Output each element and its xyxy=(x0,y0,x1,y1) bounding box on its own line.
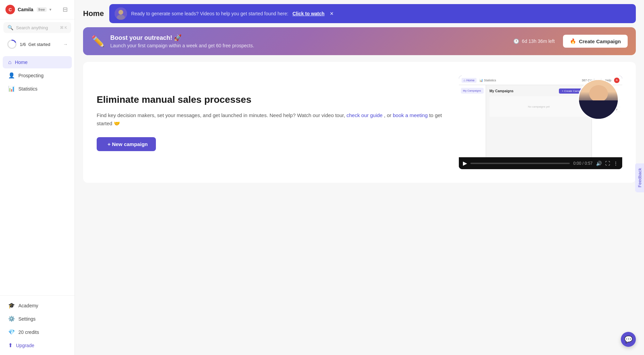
sidebar-bottom: 🎓 Academy ⚙️ Settings 💎 20 credits ⬆ Upg… xyxy=(0,295,75,355)
svg-point-3 xyxy=(118,10,123,15)
vmock-empty-state: No campaigns yet xyxy=(489,96,588,117)
boost-subtitle: Launch your first campaign within a week… xyxy=(110,43,508,48)
create-campaign-label: Create Campaign xyxy=(579,38,621,44)
top-bar: Home Ready to generate some leads? Video… xyxy=(75,0,644,27)
vmock-home-tab: ⌂ Home xyxy=(462,78,477,83)
sidebar-item-home[interactable]: ⌂ Home xyxy=(3,56,72,68)
play-button[interactable]: ▶ xyxy=(463,160,467,166)
sidebar-nav: ⌂ Home 👤 Prospecting 📊 Statistics xyxy=(0,53,75,295)
vmock-main-area: My Campaigns + Create Campaign No campai… xyxy=(486,85,592,157)
flame-icon: 🔥 xyxy=(570,38,576,44)
academy-label: Academy xyxy=(18,303,38,308)
vmock-my-campaigns: My Campaigns xyxy=(461,88,484,94)
video-person-avatar xyxy=(578,79,619,120)
nav-home-label: Home xyxy=(15,60,28,65)
hero-title: Eliminate manual sales processes xyxy=(97,94,445,106)
video-preview: ⌂ Home 📊 Statistics 387 Credits left Hel… xyxy=(459,76,622,169)
vmock-stats-tab: 📊 Statistics xyxy=(479,79,496,82)
new-campaign-button[interactable]: + New campaign xyxy=(97,137,156,151)
clock-icon: 🕐 xyxy=(513,38,519,44)
person-silhouette xyxy=(579,80,618,119)
banner-watch-link[interactable]: Click to watch xyxy=(292,11,324,16)
hero-section: Eliminate manual sales processes Find ke… xyxy=(83,62,636,183)
app-name: Camila xyxy=(18,7,33,12)
vmock-title: My Campaigns xyxy=(489,89,514,93)
new-campaign-label: + New campaign xyxy=(108,141,148,147)
academy-icon: 🎓 xyxy=(8,302,15,309)
video-container: ⌂ Home 📊 Statistics 387 Credits left Hel… xyxy=(459,76,622,169)
chart-icon: 📊 xyxy=(8,85,15,92)
search-shortcut: ⌘ K xyxy=(60,26,67,30)
search-bar[interactable]: 🔍 Search anything ⌘ K xyxy=(3,22,71,33)
sidebar-collapse-button[interactable]: ⊟ xyxy=(61,5,69,14)
settings-label: Settings xyxy=(18,316,36,322)
page-title: Home xyxy=(83,9,104,18)
boost-text: Boost your outreach! 🚀 Launch your first… xyxy=(110,34,508,48)
video-time: 0:00 / 0:57 xyxy=(573,161,593,166)
search-placeholder: Search anything xyxy=(16,25,57,30)
boost-banner: ✏️ Boost your outreach! 🚀 Launch your fi… xyxy=(83,27,636,55)
banner-text: Ready to generate some leads? Videos to … xyxy=(131,11,288,16)
check-guide-link[interactable]: check our guide xyxy=(347,112,383,118)
book-meeting-link[interactable]: book a meeting xyxy=(393,112,428,118)
sidebar-item-academy[interactable]: 🎓 Academy xyxy=(3,299,72,312)
sidebar: C Camila free ▾ ⊟ 🔍 Search anything ⌘ K … xyxy=(0,0,75,355)
get-started-label: 1/6 Get started xyxy=(20,42,60,47)
chat-bubble-button[interactable]: 💬 xyxy=(621,332,636,347)
boost-title: Boost your outreach! 🚀 xyxy=(110,34,508,42)
vmock-campaign-header: My Campaigns + Create Campaign xyxy=(489,88,588,94)
sidebar-item-settings[interactable]: ⚙️ Settings xyxy=(3,312,72,325)
main-sections: ✏️ Boost your outreach! 🚀 Launch your fi… xyxy=(75,27,644,191)
vmock-avatar: A xyxy=(614,78,619,83)
chevron-down-icon: ▾ xyxy=(49,7,51,12)
boost-timer: 🕐 6d 13h 36m left xyxy=(513,38,558,44)
main-content-area: Home Ready to generate some leads? Video… xyxy=(75,0,644,355)
feedback-button[interactable]: Feedback xyxy=(635,163,644,192)
gear-icon: ⚙️ xyxy=(8,316,15,322)
search-icon: 🔍 xyxy=(7,25,13,30)
video-progress-bar[interactable] xyxy=(470,163,570,164)
chat-icon: 💬 xyxy=(624,335,633,343)
progress-text: 1/6 xyxy=(20,42,26,47)
boost-icon: ✏️ xyxy=(91,35,105,48)
timer-text: 6d 13h 36m left xyxy=(522,38,555,44)
arrow-right-icon: → xyxy=(63,42,68,47)
fullscreen-button[interactable]: ⛶ xyxy=(605,161,610,166)
sidebar-item-statistics[interactable]: 📊 Statistics xyxy=(3,82,72,95)
person-icon: 👤 xyxy=(8,72,15,79)
nav-statistics-label: Statistics xyxy=(18,86,37,92)
hero-description: Find key decision makers, set your messa… xyxy=(97,111,445,128)
banner-close-button[interactable]: × xyxy=(328,10,335,17)
app-plan-badge: free xyxy=(37,7,47,12)
vmock-sidebar-mini: My Campaigns xyxy=(459,85,486,157)
video-screenshot: ⌂ Home 📊 Statistics 387 Credits left Hel… xyxy=(459,76,622,157)
notification-banner: Ready to generate some leads? Videos to … xyxy=(109,4,636,23)
video-right-controls: 🔊 ⛶ ⋮ xyxy=(596,161,618,166)
sidebar-item-credits[interactable]: 💎 20 credits xyxy=(3,326,72,338)
video-controls: ▶ 0:00 / 0:57 🔊 ⛶ ⋮ xyxy=(459,157,622,169)
create-campaign-button[interactable]: 🔥 Create Campaign xyxy=(563,35,628,48)
home-icon: ⌂ xyxy=(8,59,12,65)
get-started-item[interactable]: 1/6 Get started → xyxy=(2,36,73,52)
volume-button[interactable]: 🔊 xyxy=(596,161,602,166)
app-logo-circle: C xyxy=(5,5,15,14)
upgrade-icon: ⬆ xyxy=(8,342,13,349)
sidebar-item-prospecting[interactable]: 👤 Prospecting xyxy=(3,69,72,82)
sidebar-logo[interactable]: C Camila free ▾ xyxy=(5,5,51,14)
sidebar-item-upgrade[interactable]: ⬆ Upgrade xyxy=(3,339,72,352)
upgrade-label: Upgrade xyxy=(16,343,34,348)
diamond-icon: 💎 xyxy=(8,329,15,335)
banner-avatar xyxy=(115,7,127,20)
person-head xyxy=(589,85,608,102)
progress-circle xyxy=(7,39,17,49)
hero-content: Eliminate manual sales processes Find ke… xyxy=(97,94,445,151)
credits-label: 20 credits xyxy=(18,329,39,335)
nav-prospecting-label: Prospecting xyxy=(18,73,44,78)
sidebar-header: C Camila free ▾ ⊟ xyxy=(0,0,75,19)
more-options-button[interactable]: ⋮ xyxy=(613,161,618,166)
